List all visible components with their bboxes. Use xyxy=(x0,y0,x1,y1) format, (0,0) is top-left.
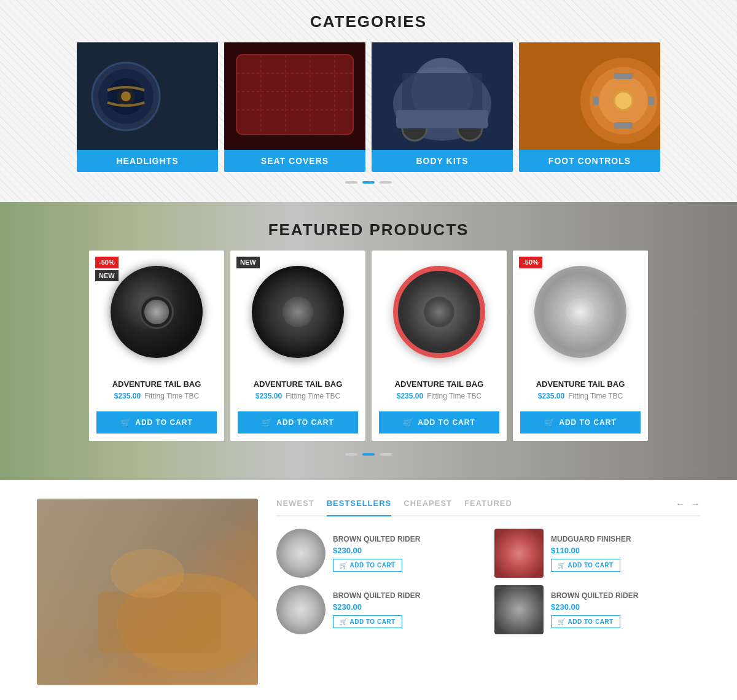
product-card-2: NEW ADVENTURE TAIL BAG $235.00 Fitting T… xyxy=(230,251,365,441)
product-1-fitting: Fitting Time TBC xyxy=(144,392,199,400)
list-cart-icon-2: 🛒 xyxy=(558,562,566,569)
product-1-add-to-cart[interactable]: 🛒 ADD TO CART xyxy=(96,411,217,434)
featured-dot-2[interactable] xyxy=(362,453,375,456)
categories-grid: HEADLIGHTS SEAT COVERS xyxy=(0,42,737,172)
featured-section: FEATURED PRODUCTS -50% NEW ADVENTURE TAI… xyxy=(0,202,737,480)
product-4-name: ADVENTURE TAIL BAG xyxy=(520,379,641,389)
third-image-svg xyxy=(37,499,258,685)
list-item-2: MUDGUARD FINISHER $110.00 🛒 ADD TO CART xyxy=(494,529,700,578)
category-body-kits[interactable]: BODY KITS xyxy=(372,42,513,172)
dot-3[interactable] xyxy=(380,181,392,184)
list-item-2-cart-btn[interactable]: 🛒 ADD TO CART xyxy=(551,559,620,572)
svg-rect-8 xyxy=(236,55,353,134)
product-2-price-row: $235.00 Fitting Time TBC xyxy=(238,392,358,400)
product-1-image-area xyxy=(89,251,224,373)
product-3-price-row: $235.00 Fitting Time TBC xyxy=(379,392,499,400)
dot-1[interactable] xyxy=(345,181,357,184)
svg-rect-22 xyxy=(396,110,488,128)
third-section-image xyxy=(37,499,258,685)
headlights-image xyxy=(77,42,218,150)
list-item-3-cart-btn[interactable]: 🛒 ADD TO CART xyxy=(333,615,402,628)
list-item-2-info: MUDGUARD FINISHER $110.00 🛒 ADD TO CART xyxy=(551,535,700,572)
categories-section: CATEGORIES HEADLIGHTS xyxy=(0,0,737,202)
list-item-1-info: BROWN QUILTED RIDER $230.00 🛒 ADD TO CAR… xyxy=(333,535,482,572)
product-list-row-2: BROWN QUILTED RIDER $230.00 🛒 ADD TO CAR… xyxy=(276,585,700,634)
product-2-info: ADVENTURE TAIL BAG $235.00 Fitting Time … xyxy=(230,373,365,406)
product-4-add-to-cart[interactable]: 🛒 ADD TO CART xyxy=(520,411,641,434)
product-4-cart-label: ADD TO CART xyxy=(559,418,616,427)
tab-newest[interactable]: NEWEST xyxy=(276,499,314,510)
third-section: NEWEST BESTSELLERS CHEAPEST FEATURED ← →… xyxy=(0,480,737,700)
tab-bestsellers[interactable]: BESTSELLERS xyxy=(327,499,392,516)
list-item-4-image xyxy=(494,585,544,634)
list-item-3-image xyxy=(276,585,326,634)
seat-covers-label: SEAT COVERS xyxy=(224,150,365,172)
product-3-image xyxy=(393,266,485,358)
list-item-4-price: $230.00 xyxy=(551,602,700,612)
list-item-2-image xyxy=(494,529,544,578)
headlights-label: HEADLIGHTS xyxy=(77,150,218,172)
tab-cheapest[interactable]: CHEAPEST xyxy=(404,499,452,510)
product-card-3: ADVENTURE TAIL BAG $235.00 Fitting Time … xyxy=(372,251,507,441)
svg-point-27 xyxy=(614,91,633,110)
dot-2[interactable] xyxy=(362,181,375,184)
product-2-fitting: Fitting Time TBC xyxy=(286,392,340,400)
seat-covers-svg xyxy=(224,42,365,150)
list-cart-icon-3: 🛒 xyxy=(340,618,348,625)
svg-rect-31 xyxy=(648,96,654,105)
tab-next-arrow[interactable]: → xyxy=(690,499,700,510)
product-4-image xyxy=(534,266,626,358)
category-seat-covers[interactable]: SEAT COVERS xyxy=(224,42,365,172)
headlights-svg xyxy=(77,42,218,150)
product-4-fitting: Fitting Time TBC xyxy=(568,392,623,400)
categories-dots xyxy=(0,181,737,184)
product-card-1: -50% NEW ADVENTURE TAIL BAG $235.00 Fitt… xyxy=(89,251,224,441)
product-4-price: $235.00 xyxy=(538,392,564,400)
tab-featured[interactable]: FEATURED xyxy=(464,499,512,510)
categories-title: CATEGORIES xyxy=(0,12,737,31)
product-3-cart-label: ADD TO CART xyxy=(418,418,475,427)
product-2-image xyxy=(252,266,344,358)
featured-dot-3[interactable] xyxy=(380,453,392,456)
product-3-add-to-cart[interactable]: 🛒 ADD TO CART xyxy=(379,411,499,434)
product-2-new-badge: NEW xyxy=(236,257,260,268)
tab-prev-arrow[interactable]: ← xyxy=(676,499,685,510)
tab-nav-arrows: ← → xyxy=(676,499,700,510)
list-item-3: BROWN QUILTED RIDER $230.00 🛒 ADD TO CAR… xyxy=(276,585,482,634)
list-item-1: BROWN QUILTED RIDER $230.00 🛒 ADD TO CAR… xyxy=(276,529,482,578)
product-3-name: ADVENTURE TAIL BAG xyxy=(379,379,499,389)
svg-rect-29 xyxy=(614,122,633,128)
product-1-image xyxy=(111,266,203,358)
category-foot-controls[interactable]: FOOT CONTROLS xyxy=(519,42,660,172)
product-4-image-area xyxy=(513,251,648,373)
category-headlights[interactable]: HEADLIGHTS xyxy=(77,42,218,172)
product-3-info: ADVENTURE TAIL BAG $235.00 Fitting Time … xyxy=(372,373,507,406)
svg-rect-6 xyxy=(77,42,218,150)
foot-controls-image xyxy=(519,42,660,150)
list-item-1-cart-btn[interactable]: 🛒 ADD TO CART xyxy=(333,559,402,572)
product-2-price: $235.00 xyxy=(255,392,282,400)
cart-icon-1: 🛒 xyxy=(120,418,131,427)
products-grid: -50% NEW ADVENTURE TAIL BAG $235.00 Fitt… xyxy=(0,251,737,441)
product-tabs: NEWEST BESTSELLERS CHEAPEST FEATURED ← → xyxy=(276,499,700,516)
featured-dots xyxy=(0,453,737,456)
featured-dot-1[interactable] xyxy=(345,453,357,456)
list-item-2-name: MUDGUARD FINISHER xyxy=(551,535,700,543)
product-1-name: ADVENTURE TAIL BAG xyxy=(96,379,217,389)
product-1-price-row: $235.00 Fitting Time TBC xyxy=(96,392,217,400)
list-item-3-info: BROWN QUILTED RIDER $230.00 🛒 ADD TO CAR… xyxy=(333,591,482,628)
list-item-4-name: BROWN QUILTED RIDER xyxy=(551,591,700,600)
list-item-4: BROWN QUILTED RIDER $230.00 🛒 ADD TO CAR… xyxy=(494,585,700,634)
svg-rect-30 xyxy=(593,96,599,105)
product-2-add-to-cart[interactable]: 🛒 ADD TO CART xyxy=(238,411,358,434)
featured-title: FEATURED PRODUCTS xyxy=(0,220,737,239)
cart-icon-3: 🛒 xyxy=(403,418,414,427)
svg-point-35 xyxy=(111,549,184,598)
list-item-1-name: BROWN QUILTED RIDER xyxy=(333,535,482,543)
list-item-3-btn-label: ADD TO CART xyxy=(350,618,396,625)
list-cart-icon-4: 🛒 xyxy=(558,618,566,625)
products-list: BROWN QUILTED RIDER $230.00 🛒 ADD TO CAR… xyxy=(276,529,700,634)
list-item-4-cart-btn[interactable]: 🛒 ADD TO CART xyxy=(551,615,620,628)
svg-rect-34 xyxy=(98,592,221,653)
list-item-3-price: $230.00 xyxy=(333,602,482,612)
